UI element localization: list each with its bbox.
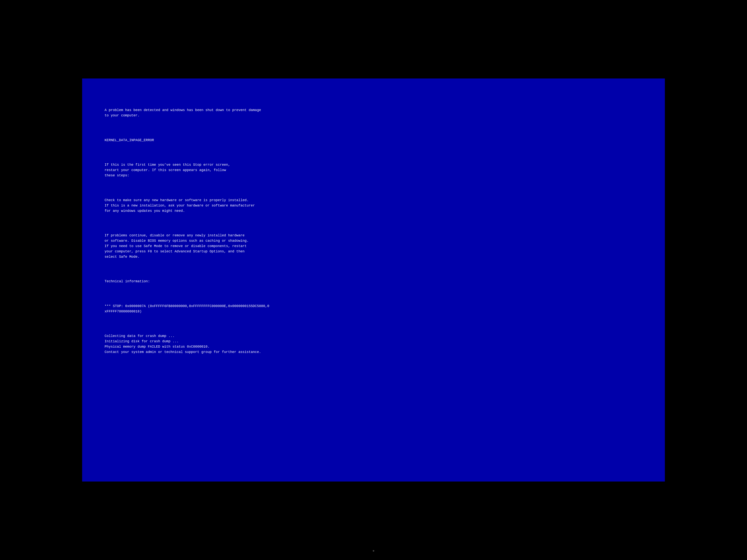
- para3-line1: If problems continue, disable or remove …: [105, 234, 245, 237]
- crash-dump: Collecting data for crash dump ... Initi…: [105, 334, 642, 355]
- stop-code-line1: *** STOP: 0x0000007A (0xFFFFF6FB80000000…: [105, 304, 269, 308]
- dump-line1: Collecting data for crash dump ...: [105, 334, 175, 338]
- tech-info-label: Technical information:: [105, 279, 642, 284]
- monitor-indicator: [373, 550, 374, 552]
- dump-line2: Initializing disk for crash dump ...: [105, 340, 179, 343]
- dump-line4: Contact your system admin or technical s…: [105, 350, 261, 354]
- para1-line2: restart your computer. If this screen ap…: [105, 168, 226, 172]
- error-code: KERNEL_DATA_INPAGE_ERROR: [105, 138, 642, 143]
- bsod-screen: A problem has been detected and windows …: [82, 78, 665, 482]
- first-paragraph: A problem has been detected and windows …: [105, 108, 642, 118]
- para1-line1: If this is the first time you've seen th…: [105, 163, 230, 167]
- stop-code-line2: xFFFFF70000000018): [105, 310, 141, 313]
- para3-line2: or software. Disable BIOS memory options…: [105, 239, 249, 243]
- line1: A problem has been detected and windows …: [105, 108, 261, 112]
- para2-line3: for any windows updates you might need.: [105, 209, 185, 213]
- para3-line3: If you need to use Safe Mode to remove o…: [105, 244, 247, 248]
- stop-code: *** STOP: 0x0000007A (0xFFFFF6FB80000000…: [105, 303, 642, 314]
- para2-line1: Check to make sure any new hardware or s…: [105, 198, 249, 202]
- para3-line4: your computer, press F8 to select Advanc…: [105, 249, 245, 253]
- para1-line3: these steps:: [105, 174, 129, 177]
- monitor-frame: A problem has been detected and windows …: [0, 0, 747, 560]
- restart-paragraph: If this is the first time you've seen th…: [105, 162, 642, 178]
- line2: to your computer.: [105, 113, 140, 117]
- para3-line5: select Safe Mode.: [105, 255, 140, 259]
- para2-line2: If this is a new installation, ask your …: [105, 204, 255, 208]
- safemode-paragraph: If problems continue, disable or remove …: [105, 233, 642, 260]
- dump-line3: Physical memory dump FAILED with status …: [105, 345, 210, 349]
- bsod-content: A problem has been detected and windows …: [105, 97, 642, 369]
- hardware-paragraph: Check to make sure any new hardware or s…: [105, 198, 642, 214]
